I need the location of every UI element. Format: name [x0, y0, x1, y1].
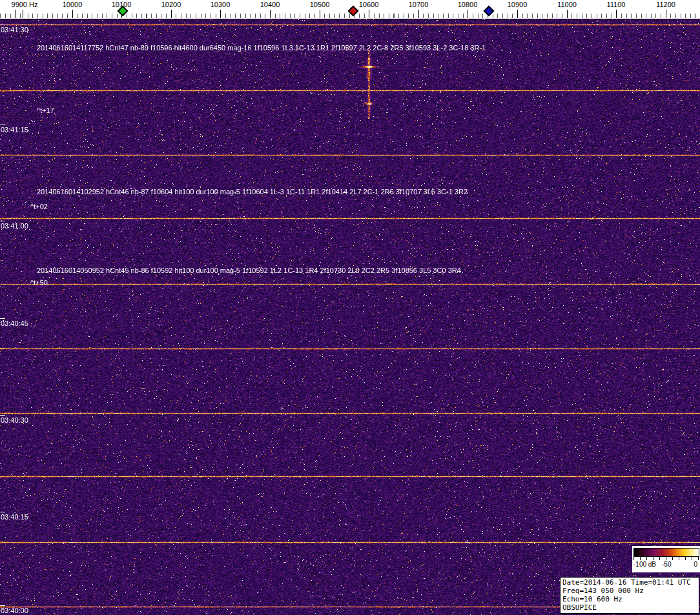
freq-label: 11200 [656, 1, 675, 8]
info-echo: Echo=10 600 Hz [562, 595, 697, 603]
spectrogram-app-window: 9900 Hz 10000 10100 10200 10300 10400 10… [0, 0, 700, 615]
freq-label: 10300 [211, 1, 231, 8]
time-label-text: 03:40:30 [1, 416, 28, 424]
time-tick [0, 125, 5, 125]
time-tick [0, 318, 5, 319]
freq-label: 10000 [63, 1, 83, 8]
info-date-time: Date=2014-06-16 Time=01:41 UTC [562, 578, 697, 587]
time-label-text: 03:41:00 [1, 222, 28, 230]
detection-time-offset: ^t+02 [30, 203, 48, 210]
time-label: 03:40:15 [1, 513, 28, 521]
colorbar-label-min: -100 dB [633, 561, 656, 568]
colorbar-gradient [633, 548, 699, 557]
freq-label: 10700 [409, 1, 429, 8]
colorbar-ticks [633, 557, 699, 560]
time-label: 03:41:00 [1, 222, 28, 230]
time-label-text: 03:40:00 [1, 607, 28, 614]
time-label-text: 03:40:15 [1, 513, 28, 521]
freq-label: 10900 [508, 1, 528, 8]
time-label-text: 03:41:15 [1, 126, 28, 134]
waterfall-spectrogram [0, 19, 700, 615]
freq-label: 11000 [557, 1, 577, 8]
time-label-text: 03:41:30 [1, 26, 28, 34]
time-label: 03:40:45 [1, 319, 28, 327]
detection-time-offset: ^t+17 [37, 106, 54, 114]
freq-label: 10200 [161, 1, 181, 8]
detection-annotation: 20140616014117752 hCnt47 nb-89 f10596 hi… [37, 44, 486, 52]
freq-label: 10800 [458, 1, 478, 8]
time-tick [0, 415, 5, 416]
info-station: OBSUPICE [562, 603, 697, 612]
detection-time-offset: ^t+50 [30, 279, 48, 287]
time-label: 03:41:15 [1, 126, 28, 134]
detection-annotation: 20140616014102952 hCnt46 nb-87 f10604 hi… [37, 188, 468, 196]
freq-label: 10600 [359, 1, 379, 8]
detection-annotation: 20140616014050952 hCnt45 nb-86 f10592 hi… [37, 267, 461, 274]
colorbar-label-mid: -50 [662, 561, 671, 568]
time-label: 03:40:00 [1, 607, 28, 614]
colorbar-label-max: 0 [694, 561, 697, 568]
time-tick [0, 512, 5, 512]
freq-label: 10400 [260, 1, 280, 8]
colorbar-panel: -100 dB -50 0 [632, 546, 700, 572]
time-tick [0, 25, 5, 25]
time-tick [0, 605, 5, 606]
info-frequency: Freq=143 050 000 Hz [562, 587, 697, 595]
time-label: 03:41:30 [1, 26, 28, 34]
station-info-box: Date=2014-06-16 Time=01:41 UTC Freq=143 … [560, 577, 699, 614]
time-label: 03:40:30 [1, 416, 28, 424]
frequency-ruler: 9900 Hz 10000 10100 10200 10300 10400 10… [0, 0, 700, 19]
time-label-text: 03:40:45 [1, 319, 28, 327]
freq-label: 10500 [310, 1, 330, 8]
freq-label: 9900 Hz [12, 1, 38, 8]
freq-label: 11100 [607, 1, 626, 8]
time-tick [0, 221, 5, 221]
